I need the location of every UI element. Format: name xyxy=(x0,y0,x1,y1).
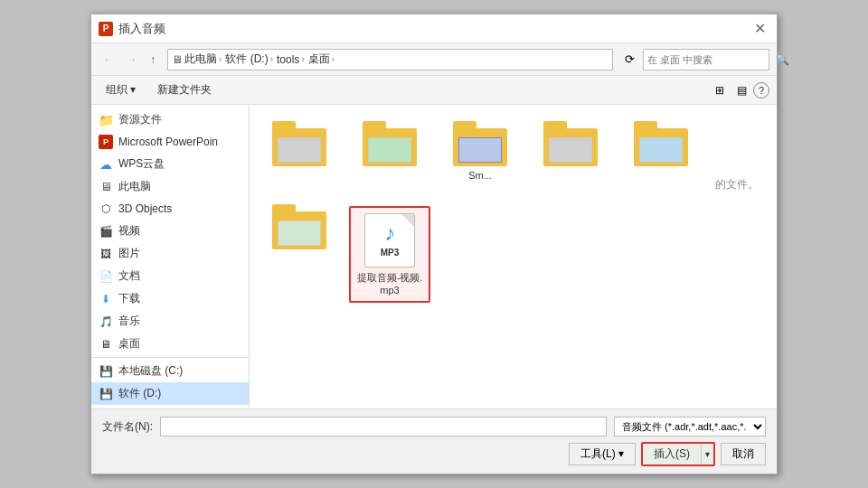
nav-bar: ← → ↑ 🖥 此电脑 › 软件 (D:) › tools › 桌面 › ⟳ xyxy=(91,43,777,76)
view-buttons: ⊞ ▤ ? xyxy=(710,80,769,100)
organize-label: 组织 ▾ xyxy=(106,82,136,98)
music-note-icon: ♪ xyxy=(384,221,395,246)
insert-button[interactable]: 插入(S) xyxy=(643,444,702,465)
dialog-title: 插入音频 xyxy=(118,21,165,37)
folder-icon-3 xyxy=(453,121,507,166)
search-icon: 🔍 xyxy=(776,53,789,66)
sidebar-label-this-pc: 此电脑 xyxy=(118,179,151,194)
sidebar-item-videos[interactable]: 🎬 视频 xyxy=(91,220,249,242)
help-button[interactable]: ? xyxy=(753,82,769,99)
new-folder-label: 新建文件夹 xyxy=(157,82,212,98)
toolbar-bar: 组织 ▾ 新建文件夹 ⊞ ▤ ? xyxy=(91,76,777,105)
sidebar-label-resources: 资源文件 xyxy=(118,112,162,127)
sidebar-item-downloads[interactable]: ⬇ 下载 xyxy=(91,287,249,310)
sidebar-item-powerpoint[interactable]: P Microsoft PowerPoin xyxy=(91,131,249,153)
search-bar[interactable]: 🔍 xyxy=(643,49,769,70)
address-part-drive: 软件 (D:) xyxy=(225,52,268,67)
sidebar-divider xyxy=(91,357,249,358)
sidebar-item-pictures[interactable]: 🖼 图片 xyxy=(91,242,249,265)
3d-icon: ⬡ xyxy=(99,202,113,216)
sidebar-item-desktop[interactable]: 🖥 桌面 xyxy=(91,333,249,355)
address-part-desktop: 桌面 xyxy=(308,52,330,67)
file-name-mp3: 提取音频-视频.mp3 xyxy=(356,271,423,296)
folder-thumb-1 xyxy=(278,137,321,163)
sidebar-item-this-pc[interactable]: 🖥 此电脑 xyxy=(91,175,249,198)
sidebar-label-music: 音乐 xyxy=(118,314,140,329)
forward-button[interactable]: → xyxy=(122,51,142,69)
folder-thumb-6 xyxy=(278,221,321,246)
file-item-folder3[interactable]: Sm... xyxy=(439,114,521,188)
sidebar-label-3d: 3D Objects xyxy=(118,202,172,215)
filename-row: 文件名(N): 音频文件 (*.adr,*.adt,*.aac,*. xyxy=(102,417,766,436)
drive-c-icon: 💾 xyxy=(99,364,113,379)
insert-button-group: 插入(S) ▾ xyxy=(641,442,715,466)
view-toggle-button[interactable]: ⊞ xyxy=(710,80,730,100)
view-list-button[interactable]: ▤ xyxy=(731,80,751,100)
sidebar-label-software-d: 软件 (D:) xyxy=(118,386,161,401)
app-icon: P xyxy=(99,22,113,36)
bottom-bar: 文件名(N): 音频文件 (*.adr,*.adt,*.aac,*. 工具(L)… xyxy=(91,408,777,474)
back-button[interactable]: ← xyxy=(99,51,118,69)
address-part-pc: 此电脑 xyxy=(184,52,217,67)
folder-icon-6 xyxy=(272,204,326,249)
address-drive[interactable]: 软件 (D:) › xyxy=(225,52,273,67)
sidebar-label-downloads: 下载 xyxy=(118,291,140,306)
folder-icon-5 xyxy=(634,121,688,166)
sidebar-item-resources[interactable]: 📁 资源文件 xyxy=(91,108,249,131)
sidebar-item-3d-objects[interactable]: ⬡ 3D Objects xyxy=(91,198,249,220)
sidebar-item-documents[interactable]: 📄 文档 xyxy=(91,265,249,287)
sidebar: 📁 资源文件 P Microsoft PowerPoin ☁ WPS云盘 🖥 此 xyxy=(91,105,250,408)
drive-d-icon: 💾 xyxy=(99,387,113,401)
sidebar-item-software-d[interactable]: 💾 软件 (D:) xyxy=(91,382,249,405)
new-folder-button[interactable]: 新建文件夹 xyxy=(150,80,219,99)
file-item-folder1[interactable] xyxy=(259,114,340,188)
file-item-folder2[interactable] xyxy=(349,114,430,188)
insert-dropdown-button[interactable]: ▾ xyxy=(702,444,713,465)
download-icon: ⬇ xyxy=(99,292,113,306)
folder-thumb-5 xyxy=(639,137,683,163)
up-button[interactable]: ↑ xyxy=(146,51,160,69)
cancel-button[interactable]: 取消 xyxy=(721,443,766,465)
file-corner xyxy=(401,214,414,227)
mp3-file-icon: ♪ MP3 xyxy=(364,213,415,267)
refresh-button[interactable]: ⟳ xyxy=(620,50,639,69)
file-item-folder6[interactable] xyxy=(259,197,340,303)
cloud-icon: ☁ xyxy=(99,157,113,172)
file-item-folder5[interactable] xyxy=(620,114,702,188)
file-item-mp3[interactable]: ♪ MP3 提取音频-视频.mp3 xyxy=(349,206,430,303)
insert-audio-dialog: P 插入音频 ✕ ← → ↑ 🖥 此电脑 › 软件 (D:) › tools ›… xyxy=(90,14,778,474)
content-area: Sm... xyxy=(250,105,777,408)
insert-label: 插入(S) xyxy=(654,447,690,460)
desktop-icon: 🖥 xyxy=(99,337,113,352)
sidebar-item-wps-cloud[interactable]: ☁ WPS云盘 xyxy=(91,153,249,175)
title-bar-left: P 插入音频 xyxy=(99,21,165,37)
folder-thumb-2 xyxy=(368,137,411,163)
address-pc[interactable]: 🖥 此电脑 › xyxy=(172,52,222,67)
mp3-label: MP3 xyxy=(381,248,400,258)
address-part-tools: tools xyxy=(277,53,299,66)
sidebar-item-local-c[interactable]: 💾 本地磁盘 (C:) xyxy=(91,360,249,382)
sidebar-label-local-c: 本地磁盘 (C:) xyxy=(118,363,183,379)
folder-thumb-3 xyxy=(458,137,502,163)
pc-icon: 🖥 xyxy=(99,180,113,194)
main-area: 📁 资源文件 P Microsoft PowerPoin ☁ WPS云盘 🖥 此 xyxy=(91,105,777,408)
sidebar-item-music[interactable]: 🎵 音乐 xyxy=(91,310,249,333)
filename-input[interactable] xyxy=(160,417,607,436)
right-side-text: 的文件。 xyxy=(715,177,759,192)
filename-label: 文件名(N): xyxy=(102,419,153,435)
folder-icon: 📁 xyxy=(99,113,113,127)
filetype-select[interactable]: 音频文件 (*.adr,*.adt,*.aac,*. xyxy=(614,417,766,436)
files-grid: Sm... xyxy=(259,114,768,303)
address-tools[interactable]: tools › xyxy=(277,53,305,66)
tools-button[interactable]: 工具(L) ▾ xyxy=(569,443,636,465)
tools-label: 工具(L) ▾ xyxy=(580,446,624,462)
file-item-folder4[interactable] xyxy=(530,114,611,188)
sidebar-label-desktop: 桌面 xyxy=(118,336,140,352)
search-input[interactable] xyxy=(647,54,772,65)
address-desktop[interactable]: 桌面 › xyxy=(308,52,335,67)
video-icon: 🎬 xyxy=(99,224,113,239)
organize-button[interactable]: 组织 ▾ xyxy=(99,80,143,99)
close-button[interactable]: ✕ xyxy=(750,19,769,39)
address-bar: 🖥 此电脑 › 软件 (D:) › tools › 桌面 › xyxy=(167,49,613,70)
sidebar-label-documents: 文档 xyxy=(118,268,140,284)
